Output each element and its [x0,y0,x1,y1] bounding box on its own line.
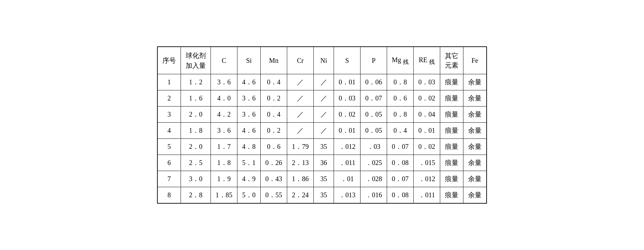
cell-Mn: 0．4 [261,74,287,90]
cell-Ni: 36 [314,155,334,171]
cell-RE_res: 0．04 [414,107,440,123]
cell-Ni: 35 [314,139,334,155]
cell-seq: 1 [157,74,181,90]
cell-Cr: ／ [287,74,314,90]
header-C: C [211,47,237,74]
cell-C: 4．0 [211,90,237,107]
cell-Ni: ／ [314,123,334,139]
header-P: P [361,47,387,74]
cell-Cr: 1．86 [287,171,314,187]
cell-Cr: ／ [287,123,314,139]
header-S: S [334,47,361,74]
cell-RE_res: ．012 [414,171,440,187]
cell-P: 0．07 [361,90,387,107]
header-Si: Si [237,47,261,74]
cell-P: 0．06 [361,74,387,90]
cell-Cr: ／ [287,107,314,123]
header-Mn: Mn [261,47,287,74]
cell-Ni: 35 [314,171,334,187]
cell-P: 0．05 [361,107,387,123]
cell-agent: 2．0 [181,107,211,123]
cell-Si: 4．6 [237,123,261,139]
cell-C: 1．85 [211,187,237,204]
cell-seq: 7 [157,171,181,187]
cell-other: 痕量 [440,155,463,171]
cell-RE_res: 0．02 [414,139,440,155]
cell-P: 0．05 [361,123,387,139]
cell-Si: 5．0 [237,187,261,204]
cell-Fe: 余量 [463,139,487,155]
cell-Mg_res: 0．8 [387,107,414,123]
cell-S: ．01 [334,171,361,187]
header-row: 序号 球化剂加入量 C Si Mn Cr Ni S P Mg 残 RE 残 其它… [157,47,487,74]
header-other: 其它元素 [440,47,463,74]
cell-Mg_res: 0．07 [387,171,414,187]
cell-Si: 4．8 [237,139,261,155]
cell-Ni: 35 [314,187,334,204]
table-row: 82．81．855．00．552．2435．013．0160．08．011痕量余… [157,187,487,204]
cell-C: 1．8 [211,155,237,171]
cell-P: ．028 [361,171,387,187]
cell-C: 4．2 [211,107,237,123]
table-row: 11．23．64．60．4／／0．010．060．80．03痕量余量 [157,74,487,90]
header-seq: 序号 [157,47,181,74]
cell-C: 3．6 [211,74,237,90]
cell-Mg_res: 0．8 [387,74,414,90]
cell-S: 0．01 [334,74,361,90]
header-Ni: Ni [314,47,334,74]
table-row: 32．04．23．60．4／／0．020．050．80．04痕量余量 [157,107,487,123]
cell-Si: 5．1 [237,155,261,171]
cell-Si: 4．6 [237,74,261,90]
cell-Mg_res: 0．07 [387,139,414,155]
table-container: 序号 球化剂加入量 C Si Mn Cr Ni S P Mg 残 RE 残 其它… [0,40,644,210]
cell-RE_res: 0．02 [414,90,440,107]
table-row: 52．01．74．80．61．7935．012．030．070．02痕量余量 [157,139,487,155]
cell-S: 0．01 [334,123,361,139]
header-Cr: Cr [287,47,314,74]
table-row: 21．64．03．60．2／／0．030．070．60．02痕量余量 [157,90,487,107]
cell-other: 痕量 [440,171,463,187]
cell-S: 0．02 [334,107,361,123]
cell-Mg_res: 0．08 [387,155,414,171]
table-row: 73．01．94．90．431．8635．01．0280．07．012痕量余量 [157,171,487,187]
cell-P: ．016 [361,187,387,204]
cell-agent: 1．6 [181,90,211,107]
cell-Mg_res: 0．4 [387,123,414,139]
cell-other: 痕量 [440,90,463,107]
header-Fe: Fe [463,47,487,74]
cell-Si: 3．6 [237,107,261,123]
cell-seq: 8 [157,187,181,204]
cell-Mn: 0．2 [261,90,287,107]
cell-other: 痕量 [440,139,463,155]
cell-Si: 4．9 [237,171,261,187]
table-row: 62．51．85．10．262．1336．011．0250．08．015痕量余量 [157,155,487,171]
cell-Fe: 余量 [463,155,487,171]
cell-seq: 2 [157,90,181,107]
cell-Mn: 0．4 [261,107,287,123]
cell-Ni: ／ [314,107,334,123]
cell-RE_res: 0．03 [414,74,440,90]
cell-S: ．012 [334,139,361,155]
cell-RE_res: ．011 [414,187,440,204]
cell-Mn: 0．43 [261,171,287,187]
cell-Fe: 余量 [463,187,487,204]
cell-Mn: 0．26 [261,155,287,171]
cell-seq: 4 [157,123,181,139]
cell-agent: 2．8 [181,187,211,204]
cell-Ni: ／ [314,74,334,90]
cell-RE_res: 0．01 [414,123,440,139]
cell-S: ．011 [334,155,361,171]
cell-other: 痕量 [440,107,463,123]
cell-Mg_res: 0．6 [387,90,414,107]
cell-agent: 3．0 [181,171,211,187]
cell-other: 痕量 [440,123,463,139]
header-RE-res: RE 残 [414,47,440,74]
header-agent: 球化剂加入量 [181,47,211,74]
cell-Mg_res: 0．08 [387,187,414,204]
cell-seq: 6 [157,155,181,171]
cell-agent: 1．2 [181,74,211,90]
data-table: 序号 球化剂加入量 C Si Mn Cr Ni S P Mg 残 RE 残 其它… [157,46,487,204]
table-row: 41．83．64．60．2／／0．010．050．40．01痕量余量 [157,123,487,139]
cell-P: ．025 [361,155,387,171]
cell-Fe: 余量 [463,123,487,139]
